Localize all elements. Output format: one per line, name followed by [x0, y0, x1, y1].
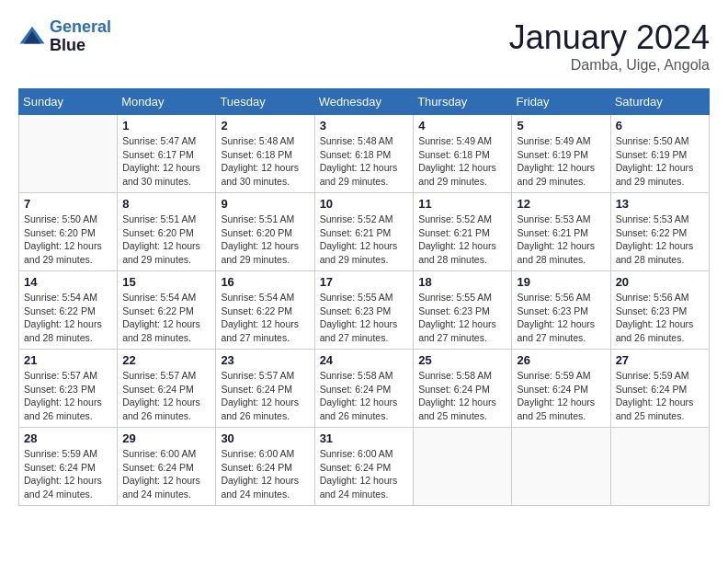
day-number: 30 [221, 431, 309, 445]
calendar-cell: 22Sunrise: 5:57 AMSunset: 6:24 PMDayligh… [118, 350, 216, 428]
calendar-cell [414, 428, 512, 506]
calendar-cell: 24Sunrise: 5:58 AMSunset: 6:24 PMDayligh… [314, 350, 414, 428]
logo-icon [18, 23, 46, 51]
day-info: Sunrise: 5:54 AMSunset: 6:22 PMDaylight:… [24, 291, 112, 345]
title-block: January 2024 Damba, Uige, Angola [509, 18, 710, 74]
calendar-cell: 30Sunrise: 6:00 AMSunset: 6:24 PMDayligh… [216, 428, 314, 506]
day-number: 21 [24, 353, 112, 367]
day-info: Sunrise: 5:50 AMSunset: 6:19 PMDaylight:… [616, 134, 704, 189]
day-info: Sunrise: 5:51 AMSunset: 6:20 PMDaylight:… [221, 213, 309, 267]
calendar-cell: 21Sunrise: 5:57 AMSunset: 6:23 PMDayligh… [19, 350, 118, 428]
calendar-cell: 8Sunrise: 5:51 AMSunset: 6:20 PMDaylight… [118, 193, 216, 271]
day-info: Sunrise: 5:52 AMSunset: 6:21 PMDaylight:… [418, 213, 506, 267]
calendar-cell: 11Sunrise: 5:52 AMSunset: 6:21 PMDayligh… [414, 193, 512, 271]
day-number: 19 [517, 275, 605, 289]
day-info: Sunrise: 5:47 AMSunset: 6:17 PMDaylight:… [122, 134, 210, 189]
day-info: Sunrise: 5:57 AMSunset: 6:24 PMDaylight:… [122, 369, 210, 423]
day-info: Sunrise: 5:57 AMSunset: 6:24 PMDaylight:… [221, 369, 309, 423]
calendar-cell: 10Sunrise: 5:52 AMSunset: 6:21 PMDayligh… [314, 193, 414, 271]
calendar: SundayMondayTuesdayWednesdayThursdayFrid… [18, 88, 710, 506]
day-number: 7 [24, 197, 112, 211]
calendar-cell: 20Sunrise: 5:56 AMSunset: 6:23 PMDayligh… [610, 271, 709, 350]
day-number: 5 [517, 119, 605, 132]
calendar-cell: 28Sunrise: 5:59 AMSunset: 6:24 PMDayligh… [19, 428, 118, 506]
weekday-header-sunday: Sunday [19, 89, 118, 115]
calendar-cell: 12Sunrise: 5:53 AMSunset: 6:21 PMDayligh… [512, 193, 610, 271]
calendar-cell: 26Sunrise: 5:59 AMSunset: 6:24 PMDayligh… [512, 350, 610, 428]
calendar-cell: 4Sunrise: 5:49 AMSunset: 6:18 PMDaylight… [414, 115, 512, 193]
day-info: Sunrise: 5:58 AMSunset: 6:24 PMDaylight:… [320, 369, 409, 423]
day-info: Sunrise: 5:54 AMSunset: 6:22 PMDaylight:… [221, 291, 309, 345]
day-number: 9 [221, 197, 309, 211]
day-info: Sunrise: 5:55 AMSunset: 6:23 PMDaylight:… [418, 291, 506, 345]
weekday-header-friday: Friday [512, 89, 610, 115]
calendar-cell: 9Sunrise: 5:51 AMSunset: 6:20 PMDaylight… [216, 193, 314, 271]
weekday-header-thursday: Thursday [414, 89, 512, 115]
day-info: Sunrise: 5:58 AMSunset: 6:24 PMDaylight:… [418, 369, 506, 423]
calendar-cell: 31Sunrise: 6:00 AMSunset: 6:24 PMDayligh… [314, 428, 414, 506]
day-number: 24 [320, 353, 409, 367]
day-info: Sunrise: 5:59 AMSunset: 6:24 PMDaylight:… [616, 369, 704, 423]
weekday-header-saturday: Saturday [610, 89, 709, 115]
day-number: 28 [24, 431, 112, 445]
calendar-cell: 7Sunrise: 5:50 AMSunset: 6:20 PMDaylight… [19, 193, 118, 271]
day-number: 26 [517, 353, 605, 367]
calendar-cell [19, 115, 118, 193]
week-row-2: 7Sunrise: 5:50 AMSunset: 6:20 PMDaylight… [19, 193, 710, 271]
calendar-cell: 6Sunrise: 5:50 AMSunset: 6:19 PMDaylight… [610, 115, 709, 193]
calendar-cell [512, 428, 610, 506]
calendar-cell: 16Sunrise: 5:54 AMSunset: 6:22 PMDayligh… [216, 271, 314, 350]
day-info: Sunrise: 5:53 AMSunset: 6:21 PMDaylight:… [517, 213, 605, 267]
day-number: 1 [122, 119, 210, 132]
day-number: 2 [221, 119, 309, 132]
day-number: 31 [320, 431, 409, 445]
calendar-cell: 17Sunrise: 5:55 AMSunset: 6:23 PMDayligh… [314, 271, 414, 350]
day-info: Sunrise: 5:57 AMSunset: 6:23 PMDaylight:… [24, 369, 112, 423]
day-number: 6 [616, 119, 704, 132]
weekday-header-monday: Monday [118, 89, 216, 115]
day-info: Sunrise: 6:00 AMSunset: 6:24 PMDaylight:… [122, 447, 210, 501]
location-title: Damba, Uige, Angola [509, 57, 710, 74]
day-number: 27 [616, 353, 704, 367]
day-number: 15 [122, 275, 210, 289]
calendar-cell: 1Sunrise: 5:47 AMSunset: 6:17 PMDaylight… [118, 115, 216, 193]
day-info: Sunrise: 5:56 AMSunset: 6:23 PMDaylight:… [517, 291, 605, 345]
day-info: Sunrise: 5:48 AMSunset: 6:18 PMDaylight:… [221, 134, 309, 189]
logo: General Blue [18, 18, 111, 55]
day-info: Sunrise: 5:55 AMSunset: 6:23 PMDaylight:… [320, 291, 409, 345]
week-row-1: 1Sunrise: 5:47 AMSunset: 6:17 PMDaylight… [19, 115, 710, 193]
day-number: 14 [24, 275, 112, 289]
calendar-cell: 5Sunrise: 5:49 AMSunset: 6:19 PMDaylight… [512, 115, 610, 193]
day-number: 23 [221, 353, 309, 367]
day-number: 17 [320, 275, 409, 289]
day-number: 22 [122, 353, 210, 367]
day-number: 3 [320, 119, 409, 132]
day-number: 29 [122, 431, 210, 445]
day-info: Sunrise: 6:00 AMSunset: 6:24 PMDaylight:… [320, 447, 409, 501]
weekday-header-wednesday: Wednesday [314, 89, 414, 115]
day-info: Sunrise: 5:53 AMSunset: 6:22 PMDaylight:… [616, 213, 704, 267]
weekday-header-tuesday: Tuesday [216, 89, 314, 115]
calendar-cell: 27Sunrise: 5:59 AMSunset: 6:24 PMDayligh… [610, 350, 709, 428]
week-row-4: 21Sunrise: 5:57 AMSunset: 6:23 PMDayligh… [19, 350, 710, 428]
day-number: 10 [320, 197, 409, 211]
day-number: 20 [616, 275, 704, 289]
day-number: 12 [517, 197, 605, 211]
logo-text: General Blue [50, 18, 111, 55]
day-number: 16 [221, 275, 309, 289]
day-number: 8 [122, 197, 210, 211]
calendar-cell: 23Sunrise: 5:57 AMSunset: 6:24 PMDayligh… [216, 350, 314, 428]
page-header: General Blue January 2024 Damba, Uige, A… [18, 18, 710, 74]
day-info: Sunrise: 5:49 AMSunset: 6:19 PMDaylight:… [517, 134, 605, 189]
day-info: Sunrise: 5:48 AMSunset: 6:18 PMDaylight:… [320, 134, 409, 189]
day-number: 25 [418, 353, 506, 367]
calendar-cell: 18Sunrise: 5:55 AMSunset: 6:23 PMDayligh… [414, 271, 512, 350]
day-number: 11 [418, 197, 506, 211]
day-info: Sunrise: 5:51 AMSunset: 6:20 PMDaylight:… [122, 213, 210, 267]
day-number: 13 [616, 197, 704, 211]
calendar-cell: 14Sunrise: 5:54 AMSunset: 6:22 PMDayligh… [19, 271, 118, 350]
day-info: Sunrise: 6:00 AMSunset: 6:24 PMDaylight:… [221, 447, 309, 501]
day-info: Sunrise: 5:59 AMSunset: 6:24 PMDaylight:… [24, 447, 112, 501]
calendar-cell: 29Sunrise: 6:00 AMSunset: 6:24 PMDayligh… [118, 428, 216, 506]
day-info: Sunrise: 5:56 AMSunset: 6:23 PMDaylight:… [616, 291, 704, 345]
